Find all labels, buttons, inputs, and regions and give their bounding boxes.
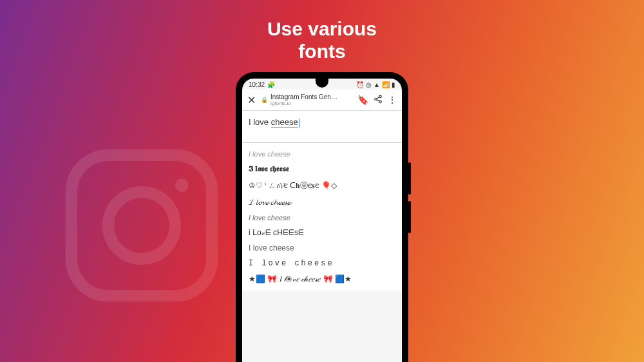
svg-rect-0: [71, 155, 212, 296]
font-result-row[interactable]: 𝓘 𝓵𝓸𝓿𝓮 𝓬𝓱𝓮𝓮𝓼𝓮: [249, 195, 395, 211]
input-prefix: I love: [249, 117, 271, 127]
svg-point-1: [108, 192, 175, 259]
battery-icon: ▮: [392, 81, 395, 88]
location-icon: ◎: [366, 81, 372, 88]
svg-point-2: [175, 178, 189, 192]
alarm-icon: ⏰: [356, 81, 364, 88]
font-result-row[interactable]: ★🟦 🎀 𝐼 𝓁❀𝓋𝑒 𝒸𝒽𝑒𝑒𝓈𝑒 🎀 🟦★: [249, 271, 395, 287]
font-result-row[interactable]: I love cheese: [249, 211, 395, 225]
signal-icon: 📶: [382, 81, 390, 88]
close-icon[interactable]: ✕: [247, 94, 256, 106]
svg-point-5: [379, 100, 382, 103]
font-result-row[interactable]: 𝕴 𝖑𝖔𝖛𝖊 𝖈𝖍𝖊𝖊𝖘𝖊: [249, 161, 395, 177]
headline-line2: fonts: [0, 41, 644, 63]
svg-point-3: [379, 95, 382, 98]
lock-icon: 🔒: [261, 97, 268, 103]
text-cursor: [299, 119, 299, 128]
svg-line-6: [377, 97, 379, 98]
svg-point-4: [375, 98, 377, 100]
bookmark-icon[interactable]: 🔖: [357, 95, 368, 105]
instagram-logo-watermark: [58, 142, 225, 309]
font-result-row[interactable]: ♔♡ ⁱ ㄥ𝔬𝓥є ᑕ𝐡ⓔє𝐬є 🎈◇: [249, 177, 395, 195]
status-app-icon: 🧩: [267, 81, 275, 88]
text-input-area[interactable]: I love cheese: [242, 111, 402, 143]
more-icon[interactable]: ⋮: [388, 95, 397, 105]
font-result-row[interactable]: I love cheese: [249, 147, 395, 161]
headline-line1: Use various: [0, 18, 644, 41]
phone-screen: 10:32 🧩 ⏰ ◎ ▲ 📶 ▮ ✕ 🔒 Instagram Fonts Ge…: [242, 79, 402, 362]
share-icon[interactable]: [374, 95, 383, 106]
font-results-list: I love cheese 𝕴 𝖑𝖔𝖛𝖊 𝖈𝖍𝖊𝖊𝖘𝖊 ♔♡ ⁱ ㄥ𝔬𝓥є ᑕ𝐡…: [242, 143, 402, 291]
status-time: 10:32: [249, 81, 265, 88]
font-result-row[interactable]: i ᒪo𝓋ᗴ cᕼᗴᗴsᗴ: [249, 225, 395, 240]
text-input[interactable]: I love cheese: [249, 117, 395, 128]
page-url: igfonts.io: [270, 100, 337, 106]
font-result-row[interactable]: I love cheese: [249, 256, 395, 271]
headline: Use various fonts: [0, 18, 644, 62]
browser-toolbar: ✕ 🔒 Instagram Fonts Gen… igfonts.io 🔖 ⋮: [242, 90, 402, 111]
volume-up-button: [408, 162, 411, 195]
address-bar[interactable]: 🔒 Instagram Fonts Gen… igfonts.io: [261, 93, 352, 106]
wifi-icon: ▲: [374, 81, 380, 88]
svg-line-7: [377, 99, 379, 100]
page-title: Instagram Fonts Gen…: [270, 93, 337, 100]
phone-frame: 10:32 🧩 ⏰ ◎ ▲ 📶 ▮ ✕ 🔒 Instagram Fonts Ge…: [236, 72, 408, 362]
volume-down-button: [408, 201, 411, 233]
font-result-row[interactable]: I love cheese: [249, 240, 395, 256]
input-word-underlined: cheese: [271, 117, 298, 128]
